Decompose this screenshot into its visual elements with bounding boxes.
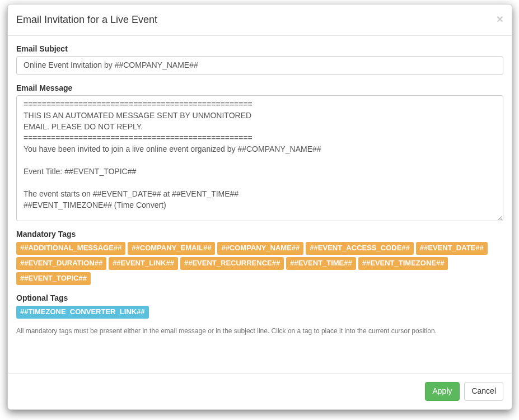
email-message-group: Email Message ==========================… — [16, 83, 503, 221]
apply-button[interactable]: Apply — [425, 382, 459, 401]
cancel-button[interactable]: Cancel — [464, 382, 503, 401]
email-message-textarea[interactable]: ========================================… — [16, 95, 503, 221]
close-button[interactable]: × — [497, 13, 503, 25]
modal-footer: Apply Cancel — [8, 373, 512, 409]
mandatory-tags-container: ##ADDITIONAL_MESSAGE## ##COMPANY_EMAIL##… — [16, 242, 503, 285]
email-subject-group: Email Subject — [16, 44, 503, 75]
email-subject-input[interactable] — [16, 56, 503, 75]
help-text: All mandatory tags must be present eithe… — [16, 327, 503, 335]
mandatory-tag[interactable]: ##EVENT_TIME## — [286, 257, 356, 270]
modal-header: Email Invitation for a Live Event × — [8, 4, 512, 36]
mandatory-tag[interactable]: ##EVENT_LINK## — [109, 257, 178, 270]
modal-body: Email Subject Email Message ============… — [8, 36, 512, 373]
mandatory-tags-section: Mandatory Tags ##ADDITIONAL_MESSAGE## ##… — [16, 230, 503, 285]
mandatory-tag[interactable]: ##EVENT_DURATION## — [16, 257, 106, 270]
mandatory-tag[interactable]: ##COMPANY_EMAIL## — [128, 242, 215, 255]
mandatory-tags-label: Mandatory Tags — [16, 230, 503, 239]
email-message-label: Email Message — [16, 83, 503, 92]
optional-tags-container: ##TIMEZONE_CONVERTER_LINK## — [16, 306, 503, 319]
mandatory-tag[interactable]: ##EVENT_ACCESS_CODE## — [306, 242, 413, 255]
email-invitation-modal: Email Invitation for a Live Event × Emai… — [7, 4, 512, 410]
mandatory-tag[interactable]: ##ADDITIONAL_MESSAGE## — [16, 242, 125, 255]
mandatory-tag[interactable]: ##EVENT_TIMEZONE## — [358, 257, 448, 270]
mandatory-tag[interactable]: ##COMPANY_NAME## — [217, 242, 303, 255]
optional-tags-label: Optional Tags — [16, 293, 503, 302]
mandatory-tag[interactable]: ##EVENT_RECURRENCE## — [180, 257, 284, 270]
optional-tags-section: Optional Tags ##TIMEZONE_CONVERTER_LINK#… — [16, 293, 503, 319]
email-subject-label: Email Subject — [16, 44, 503, 53]
optional-tag[interactable]: ##TIMEZONE_CONVERTER_LINK## — [16, 306, 149, 319]
mandatory-tag[interactable]: ##EVENT_DATE## — [416, 242, 488, 255]
mandatory-tag[interactable]: ##EVENT_TOPIC## — [16, 272, 91, 285]
modal-title: Email Invitation for a Live Event — [16, 13, 503, 27]
